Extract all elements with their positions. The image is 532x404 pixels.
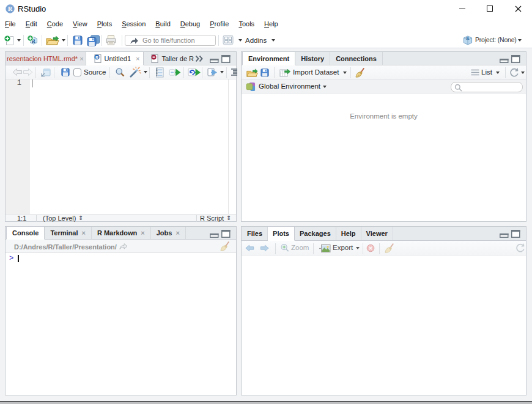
- svg-text:R: R: [467, 36, 470, 40]
- svg-text:R: R: [95, 55, 98, 59]
- svg-text:R: R: [8, 6, 13, 12]
